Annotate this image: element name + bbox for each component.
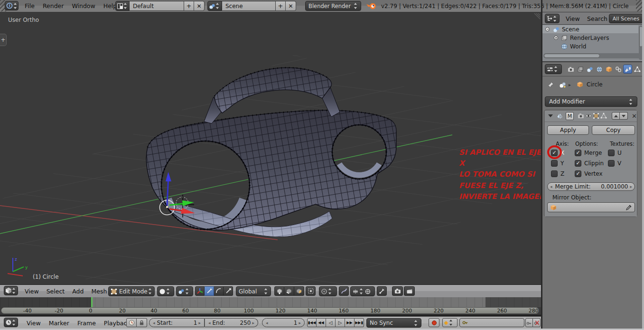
current-frame-field[interactable]: ◂ 1 ▸ bbox=[262, 318, 305, 327]
editor-type-button-properties[interactable] bbox=[545, 64, 562, 74]
scale-manipulator-button[interactable] bbox=[224, 286, 233, 296]
timeline-track[interactable] bbox=[0, 297, 541, 307]
toolbar-expand-tab[interactable]: + bbox=[0, 34, 7, 46]
add-modifier-dropdown[interactable]: Add Modifier bbox=[545, 96, 637, 107]
keying-set-dropdown[interactable]: ◆ bbox=[442, 318, 457, 327]
pivot-dropdown[interactable] bbox=[176, 286, 193, 296]
insert-keyframe-button[interactable] bbox=[525, 318, 533, 327]
clipping-checkbox[interactable]: ✓Clippin bbox=[575, 160, 604, 167]
active-keying-set-field[interactable] bbox=[459, 318, 524, 327]
vp-menu-view[interactable]: View bbox=[25, 288, 39, 295]
play-button[interactable]: ▷ bbox=[336, 318, 345, 327]
frame-end-field[interactable]: ◂ End: 250 ▸ bbox=[205, 318, 258, 327]
proportional-edit-dropdown[interactable] bbox=[319, 286, 337, 296]
header-corner-hatch-right[interactable] bbox=[636, 0, 642, 11]
decrement-arrow[interactable]: ◂ bbox=[153, 321, 155, 325]
tl-menu-marker[interactable]: Marker bbox=[49, 320, 69, 327]
editor-type-button-info[interactable]: i bbox=[5, 1, 19, 10]
editor-type-button-3dview[interactable] bbox=[4, 286, 18, 295]
cage-edit-icon[interactable] bbox=[600, 113, 607, 119]
edit-mode-visibility-icon[interactable] bbox=[593, 113, 599, 119]
apply-button[interactable]: Apply bbox=[547, 125, 589, 135]
eyedropper-icon[interactable] bbox=[625, 204, 632, 211]
tl-menu-frame[interactable]: Frame bbox=[77, 320, 96, 327]
tab-render[interactable] bbox=[566, 65, 575, 74]
delete-scene-button[interactable]: ✕ bbox=[286, 1, 296, 11]
texture-u-checkbox[interactable]: ✓U bbox=[608, 150, 622, 156]
collapse-icon[interactable] bbox=[545, 27, 550, 31]
merge-limit-slider[interactable]: ◂ Merge Limit: 0.001000 ▸ bbox=[547, 182, 635, 191]
delete-modifier-button[interactable]: ✕ bbox=[632, 113, 637, 120]
sync-dropdown[interactable]: No Sync bbox=[366, 318, 421, 328]
tab-constraints[interactable] bbox=[614, 65, 623, 74]
orientation-dropdown[interactable]: Global bbox=[236, 286, 271, 296]
vp-menu-mesh[interactable]: Mesh bbox=[91, 288, 107, 295]
render-visibility-icon[interactable] bbox=[578, 113, 584, 119]
menu-window[interactable]: Window bbox=[72, 2, 95, 9]
next-keyframe-button[interactable]: ▶▶ bbox=[345, 318, 355, 327]
render-engine-dropdown[interactable]: Blender Render bbox=[305, 1, 361, 11]
vertex-groups-checkbox[interactable]: ✓Vertex bbox=[575, 170, 603, 177]
current-frame-cursor[interactable] bbox=[91, 297, 93, 307]
screen-layout-icon-button[interactable] bbox=[115, 1, 130, 11]
hscrollbar-thumb[interactable] bbox=[544, 54, 600, 58]
add-layout-button[interactable]: + bbox=[184, 1, 194, 11]
decrement-arrow[interactable]: ◂ bbox=[550, 184, 552, 189]
outliner-item-renderlayers[interactable]: RenderLayers bbox=[542, 34, 638, 42]
render-opengl-button[interactable] bbox=[392, 286, 403, 296]
shading-dropdown[interactable] bbox=[157, 286, 174, 296]
render-anim-opengl-button[interactable] bbox=[404, 286, 415, 296]
scene-icon-button[interactable] bbox=[207, 1, 222, 11]
time-indicator-button[interactable] bbox=[126, 318, 137, 327]
copy-button[interactable]: Copy bbox=[592, 125, 635, 135]
lock-button[interactable] bbox=[137, 318, 147, 327]
pin-icon[interactable] bbox=[547, 81, 554, 88]
screen-layout-name-field[interactable]: Default bbox=[130, 1, 184, 11]
delete-keyframe-button[interactable] bbox=[533, 318, 541, 327]
increment-arrow[interactable]: ▸ bbox=[252, 321, 254, 325]
vp-menu-select[interactable]: Select bbox=[47, 288, 65, 295]
expand-icon[interactable] bbox=[554, 36, 558, 40]
tl-menu-view[interactable]: View bbox=[27, 320, 41, 327]
snap-dropdown[interactable] bbox=[350, 286, 375, 296]
edge-select-button[interactable] bbox=[284, 286, 294, 296]
snap-curve-button[interactable] bbox=[339, 286, 349, 296]
outliner-hscrollbar[interactable] bbox=[543, 53, 641, 58]
tab-modifiers[interactable] bbox=[623, 65, 632, 74]
menu-help[interactable]: Help bbox=[103, 2, 117, 9]
vp-menu-add[interactable]: Add bbox=[72, 288, 84, 295]
object-breadcrumb-icon[interactable] bbox=[559, 81, 566, 88]
modifier-name-field[interactable]: M bbox=[566, 112, 574, 120]
merge-checkbox[interactable]: ✓Merge bbox=[575, 150, 602, 156]
vertex-select-button[interactable] bbox=[274, 286, 284, 296]
move-modifier-down-button[interactable] bbox=[620, 112, 628, 120]
axis-z-checkbox[interactable]: ✓Z bbox=[551, 170, 564, 177]
manipulate-origins-button[interactable] bbox=[377, 286, 387, 296]
outliner-filter-dropdown[interactable]: All Scenes bbox=[609, 14, 643, 23]
expand-triangle-icon[interactable] bbox=[548, 114, 553, 117]
scene-name-field[interactable]: Scene bbox=[222, 1, 276, 11]
tab-render-layers[interactable] bbox=[576, 65, 585, 74]
tab-scene[interactable] bbox=[585, 65, 594, 74]
outliner-menu-search[interactable]: Search bbox=[587, 15, 607, 22]
tab-object-data[interactable] bbox=[633, 65, 642, 74]
texture-v-checkbox[interactable]: ✓V bbox=[608, 160, 621, 167]
increment-arrow[interactable]: ▸ bbox=[630, 184, 632, 189]
play-reverse-button[interactable]: ◁ bbox=[326, 318, 336, 327]
translate-manipulator-button[interactable] bbox=[205, 286, 214, 296]
limit-visible-button[interactable] bbox=[306, 286, 316, 296]
jump-to-start-button[interactable]: ▮◀◀ bbox=[307, 318, 317, 327]
decrement-arrow[interactable]: ◂ bbox=[208, 321, 211, 325]
axis-y-checkbox[interactable]: ✓Y bbox=[551, 160, 564, 167]
mode-dropdown[interactable]: Edit Mode bbox=[108, 286, 155, 296]
menu-render[interactable]: Render bbox=[43, 2, 64, 9]
viewport-visibility-icon[interactable] bbox=[585, 113, 592, 119]
frame-start-field[interactable]: ◂ Start: 1 ▸ bbox=[149, 318, 205, 327]
tab-object[interactable] bbox=[604, 65, 613, 74]
jump-to-end-button[interactable]: ▶▶▮ bbox=[355, 318, 364, 327]
menu-file[interactable]: File bbox=[25, 2, 35, 9]
manipulator-toggle-button[interactable] bbox=[195, 286, 205, 296]
outliner-item-scene[interactable]: Scene bbox=[542, 25, 638, 33]
prev-keyframe-button[interactable]: ◀◀ bbox=[317, 318, 326, 327]
mirror-object-field[interactable] bbox=[547, 202, 635, 212]
